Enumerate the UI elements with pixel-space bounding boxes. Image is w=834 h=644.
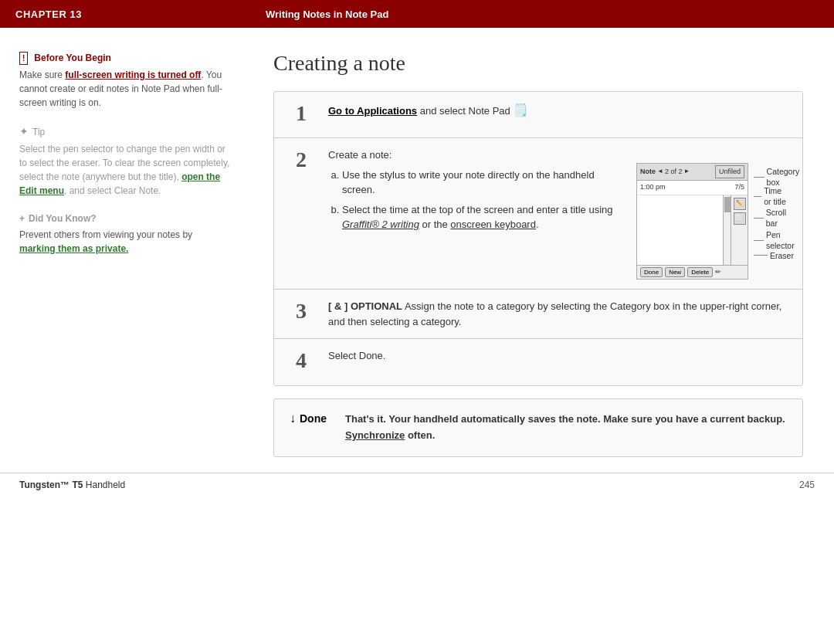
tip-label-row: ✦ Tip [19, 124, 231, 140]
main-layout: ! Before You Begin Make sure full-screen… [0, 28, 834, 473]
page-header: CHAPTER 13 Writing Notes in Note Pad [0, 0, 834, 28]
writing-area [637, 195, 723, 265]
chapter-label: CHAPTER 13 [15, 8, 266, 20]
did-label-row: + Did You Know? [19, 212, 231, 225]
step-4-text: Select Done. [328, 350, 385, 361]
tip-label: Tip [32, 125, 45, 139]
step-4-number: 4 [274, 339, 320, 382]
step-2-text: Use the stylus to write your note direct… [328, 163, 621, 237]
eraser-label: Eraser [754, 250, 794, 262]
steps-container: 1 Go to Applications and select Note Pad… [273, 91, 803, 386]
did-you-know-section: + Did You Know? Prevent others from view… [19, 212, 231, 256]
new-btn[interactable]: New [665, 267, 685, 278]
diagram-wrapper: Note ◄ 2 of 2 ► Unfiled 1:00 pm [636, 163, 791, 280]
pen-selector-label: Pen selector [754, 229, 798, 252]
brand-name: Tungsten™ T5 [19, 480, 83, 490]
done-arrow-icon: ↓ [290, 412, 296, 425]
delete-btn[interactable]: Delete [687, 267, 713, 278]
page-number: 245 [799, 480, 815, 490]
scroll-bar-label-text: Scroll bar [766, 207, 790, 229]
step-3-content: [ & ] OPTIONAL Assign the note to a cate… [320, 290, 802, 338]
scroll-thumb[interactable] [724, 197, 731, 212]
graffiti-text: Graffiti® 2 writing [342, 219, 419, 230]
nav-right-arrow[interactable]: ► [683, 167, 690, 176]
marking-private-link[interactable]: marking them as private. [19, 243, 128, 254]
brand-suffix: Handheld [83, 480, 125, 490]
pen-icon-small: ✏ [715, 267, 721, 278]
note-label: Note [640, 167, 656, 178]
step-2-number: 2 [274, 138, 320, 181]
scroll-bar[interactable] [723, 195, 731, 265]
eraser-label-text: Eraser [770, 250, 794, 262]
sidebar: ! Before You Begin Make sure full-screen… [0, 28, 250, 473]
pen-selector[interactable]: ✏️ [734, 198, 746, 210]
step-2-content: Create a note: Use the stylus to write y… [320, 138, 802, 289]
done-text-2: often. [405, 429, 435, 441]
step-1-number: 1 [274, 92, 320, 135]
did-text: Prevent others from viewing your notes b… [19, 228, 231, 256]
exclamation-icon: ! [19, 52, 28, 65]
time-title-label-text: Time or title [764, 185, 788, 208]
notepad-meta: 1:00 pm 7/5 [637, 181, 748, 195]
synchronize-link[interactable]: Synchronize [345, 429, 405, 441]
time-title-label: Time or title [754, 185, 788, 208]
page-footer: Tungsten™ T5 Handheld 245 [0, 473, 834, 497]
content-area: Creating a note 1 Go to Applications and… [250, 28, 834, 473]
done-text-1: That's it. Your handheld automatically s… [345, 413, 785, 425]
done-label-text: Done [300, 412, 327, 425]
notepad-mockup: Note ◄ 2 of 2 ► Unfiled 1:00 pm [636, 163, 748, 280]
done-text: That's it. Your handheld automatically s… [345, 412, 787, 444]
before-text: Make sure full-screen writing is turned … [19, 68, 231, 110]
did-text-1: Prevent others from viewing your notes b… [19, 229, 192, 240]
category-box[interactable]: Unfiled [715, 165, 744, 179]
notepad-icon: 🗒️ [513, 103, 528, 117]
page-title: Creating a note [273, 51, 803, 76]
notepad-diagram: Note ◄ 2 of 2 ► Unfiled 1:00 pm [636, 163, 791, 280]
step-2b: Select the time at the top of the screen… [342, 202, 621, 232]
tip-star-icon: ✦ [19, 124, 29, 140]
note-count: 2 of 2 [665, 167, 683, 178]
before-title: Before You Begin [34, 51, 111, 65]
date-label: 7/5 [734, 182, 744, 193]
before-text-1: Make sure [19, 69, 65, 80]
step-2-intro: Create a note: [328, 147, 791, 163]
scroll-bar-label: Scroll bar [754, 207, 790, 229]
pen-selector-label-text: Pen selector [766, 229, 798, 252]
time-label: 1:00 pm [640, 182, 666, 193]
step-1-suffix: and select Note Pad [417, 105, 513, 117]
did-plus-icon: + [19, 212, 25, 225]
tip-section: ✦ Tip Select the pen selector to change … [19, 124, 231, 198]
step-1-content: Go to Applications and select Note Pad 🗒… [320, 92, 802, 129]
done-btn[interactable]: Done [640, 267, 663, 278]
notepad-header: Note ◄ 2 of 2 ► Unfiled [637, 164, 748, 181]
notepad-body: ✏️ ⬜ [637, 195, 748, 265]
done-section: ↓ Done That's it. Your handheld automati… [273, 398, 803, 457]
did-label: Did You Know? [29, 212, 97, 225]
full-screen-link[interactable]: full-screen writing is turned off [65, 69, 201, 80]
tip-text-2: , and select Clear Note. [64, 185, 161, 196]
step-3: 3 [ & ] OPTIONAL Assign the note to a ca… [274, 290, 802, 339]
step-2a: Use the stylus to write your note direct… [342, 168, 621, 198]
step-3-number: 3 [274, 290, 320, 333]
notepad-footer: Done New Delete ✏ [637, 265, 748, 280]
step-2-list: Use the stylus to write your note direct… [328, 168, 621, 232]
step-4: 4 Select Done. [274, 339, 802, 385]
optional-badge: [ & ] OPTIONAL [328, 300, 402, 312]
eraser-tool[interactable]: ⬜ [734, 212, 746, 225]
step-1: 1 Go to Applications and select Note Pad… [274, 92, 802, 138]
step-2: 2 Create a note: Use the stylus to write… [274, 138, 802, 290]
nav-left-arrow[interactable]: ◄ [657, 167, 663, 176]
onscreen-keyboard-link[interactable]: onscreen keyboard [450, 219, 536, 230]
pen-tools: ✏️ ⬜ [731, 195, 748, 265]
done-label: ↓ Done [290, 412, 336, 425]
step-2-inner: Use the stylus to write your note direct… [328, 163, 791, 280]
before-label-row: ! Before You Begin [19, 51, 231, 65]
footer-brand: Tungsten™ T5 Handheld [19, 480, 125, 490]
notepad-nav: Note ◄ 2 of 2 ► [640, 167, 690, 178]
tip-text: Select the pen selector to change the pe… [19, 142, 231, 198]
step-4-content: Select Done. [320, 339, 802, 373]
go-to-applications-link[interactable]: Go to Applications [328, 105, 417, 117]
chapter-title: Writing Notes in Note Pad [266, 8, 388, 20]
before-you-begin-section: ! Before You Begin Make sure full-screen… [19, 51, 231, 110]
